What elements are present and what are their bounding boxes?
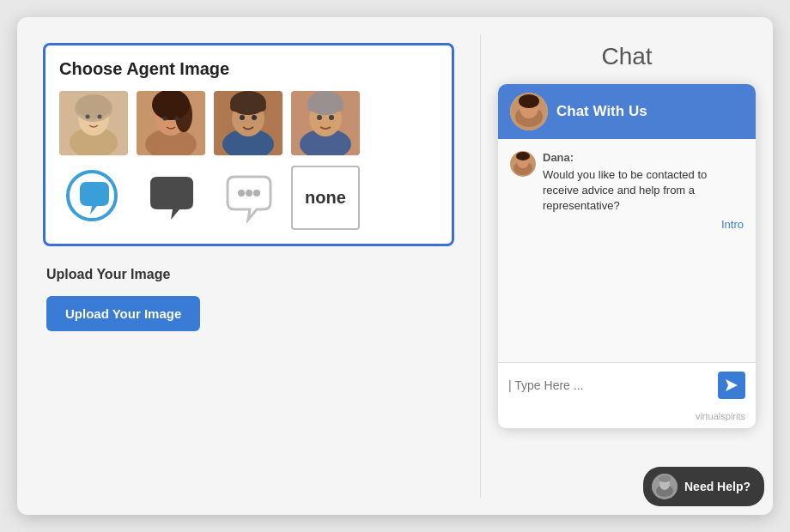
main-container: Choose Agent Image [17,17,773,515]
svg-point-39 [516,152,530,160]
chat-branding: virtualspirits [498,408,756,428]
svg-point-5 [86,115,90,119]
avatar-row [59,91,438,155]
chat-message-text: Would you like to be contacted to receiv… [543,167,744,215]
left-panel: Choose Agent Image [17,17,480,515]
svg-point-44 [659,475,671,482]
chat-header-title: Chat With Us [556,103,647,120]
svg-rect-18 [230,103,266,112]
chat-header-avatar [510,93,548,130]
icon-bubble-dots-option[interactable] [214,166,283,230]
svg-point-20 [252,115,257,120]
chat-body: Dana: Would you like to be contacted to … [498,139,756,362]
need-help-label: Need Help? [684,480,750,493]
icon-bubble-blue-option[interactable] [59,166,128,230]
avatar-man1[interactable] [214,91,283,155]
svg-point-26 [317,115,322,120]
svg-point-27 [329,115,334,120]
agent-image-box: Choose Agent Image [43,43,454,246]
chat-send-button[interactable] [718,372,745,399]
svg-point-11 [175,98,192,132]
chat-message-content: Dana: Would you like to be contacted to … [543,151,744,231]
upload-label: Upload Your Image [46,267,454,282]
svg-marker-40 [726,379,738,391]
svg-point-4 [75,94,112,122]
need-help-button[interactable]: Need Help? [643,467,764,506]
svg-point-29 [238,190,245,196]
need-help-icon [652,474,678,499]
upload-section: Upload Your Image Upload Your Image [43,267,454,331]
chat-widget: Chat With Us Dana: Would y [498,84,756,428]
chat-header: Chat With Us [498,84,756,139]
chat-agent-avatar-small [510,151,536,177]
chat-footer [498,362,756,408]
svg-point-31 [253,190,260,196]
upload-button[interactable]: Upload Your Image [46,296,200,331]
icon-none-option[interactable]: none [291,166,360,230]
svg-point-35 [519,94,539,108]
svg-point-6 [98,115,102,119]
icon-bubble-dark-option[interactable] [137,166,205,230]
svg-point-12 [163,117,167,121]
svg-rect-25 [307,103,343,112]
chat-agent-name: Dana: [543,151,744,164]
chat-message-row: Dana: Would you like to be contacted to … [510,151,744,231]
svg-point-30 [246,190,252,196]
avatar-woman2[interactable] [137,91,205,155]
agent-image-title: Choose Agent Image [59,59,438,79]
icon-options-row: none [59,166,438,230]
chat-input[interactable] [508,378,711,392]
svg-point-19 [240,115,245,120]
right-panel: Chat Chat With Us [481,17,773,515]
chat-section-title: Chat [601,43,652,70]
chat-intro-link[interactable]: Intro [543,218,744,231]
avatar-man2[interactable] [291,91,360,155]
svg-point-13 [175,117,179,121]
avatar-woman1[interactable] [59,91,128,155]
